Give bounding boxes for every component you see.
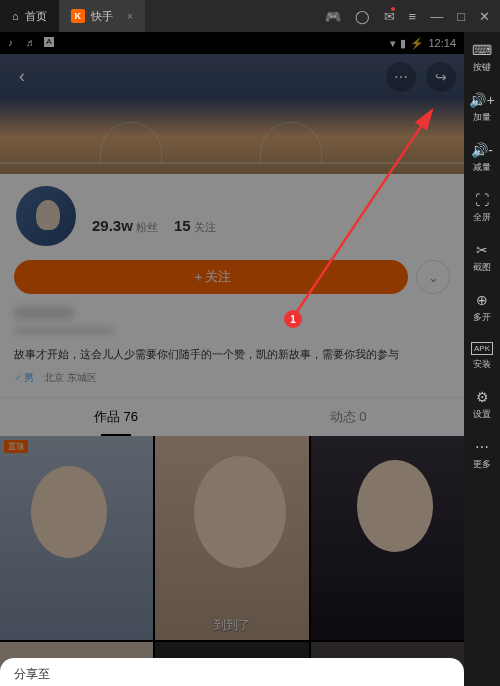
app-icon-2: ♬ — [26, 37, 38, 49]
close-window-icon[interactable]: ✕ — [479, 9, 490, 24]
status-bar: ♪ ♬ A ▾ ▮ ⚡ 12:14 — [0, 32, 464, 54]
active-tab[interactable]: K 快手 × — [59, 0, 145, 32]
sidebar-settings[interactable]: ⚙设置 — [473, 389, 491, 421]
emulator-sidebar: ⌨按键 🔊+加量 🔊-减量 ⛶全屏 ✂截图 ⊕多开 APK安装 ⚙设置 ⋯更多 — [464, 32, 500, 686]
active-tab-label: 快手 — [91, 9, 113, 24]
close-tab-icon[interactable]: × — [127, 10, 133, 22]
browser-tab-bar: ⌂ 首页 K 快手 × 🎮 ◯ ✉ ≡ — □ ✕ — [0, 0, 500, 32]
user-icon[interactable]: ◯ — [355, 9, 370, 24]
scissors-icon: ✂ — [476, 242, 488, 258]
sidebar-screenshot[interactable]: ✂截图 — [473, 242, 491, 274]
annotation-step-1: 1 — [284, 310, 302, 328]
more-icon: ⋯ — [475, 439, 489, 455]
keyboard-icon: ⌨ — [472, 42, 492, 58]
following-stat[interactable]: 15 关注 — [174, 217, 216, 235]
gamepad-icon[interactable]: 🎮 — [325, 9, 341, 24]
fullscreen-icon: ⛶ — [475, 192, 489, 208]
avatar[interactable] — [14, 184, 78, 248]
minimize-icon[interactable]: — — [430, 9, 443, 24]
charging-icon: ⚡ — [410, 37, 424, 50]
share-sheet[interactable]: 分享至 — [0, 658, 464, 686]
follow-button[interactable]: ＋关注 — [14, 260, 408, 294]
volume-down-icon: 🔊- — [471, 142, 493, 158]
gear-icon: ⚙ — [476, 389, 489, 405]
volume-up-icon: 🔊+ — [469, 92, 494, 108]
gender-tag: ♂ 男 — [14, 371, 34, 385]
fans-stat[interactable]: 29.3w 粉丝 — [92, 217, 158, 235]
share-sheet-title: 分享至 — [14, 667, 50, 681]
sidebar-more[interactable]: ⋯更多 — [473, 439, 491, 471]
tab-moments[interactable]: 动态 0 — [232, 398, 464, 436]
sidebar-keyboard[interactable]: ⌨按键 — [472, 42, 492, 74]
home-tab[interactable]: ⌂ 首页 — [0, 0, 59, 32]
mail-icon[interactable]: ✉ — [384, 9, 395, 24]
location-tag: 北京 东城区 — [44, 371, 97, 385]
menu-icon[interactable]: ≡ — [409, 9, 417, 24]
userid-blurred — [14, 326, 114, 336]
more-options-button[interactable]: ⋯ — [386, 62, 416, 92]
share-button[interactable]: ↪ — [426, 62, 456, 92]
sidebar-volume-down[interactable]: 🔊-减量 — [471, 142, 493, 174]
profile-tabs: 作品 76 动态 0 — [0, 397, 464, 436]
video-thumb-3[interactable] — [311, 436, 464, 640]
expand-button[interactable]: ⌄ — [416, 260, 450, 294]
sidebar-fullscreen[interactable]: ⛶全屏 — [473, 192, 491, 224]
wifi-icon: ▾ — [390, 37, 396, 50]
app-icon-3: A — [44, 37, 54, 47]
video-caption: 到到了 — [155, 617, 308, 634]
video-thumb-1[interactable]: 置顶 — [0, 436, 153, 640]
tab-works[interactable]: 作品 76 — [0, 398, 232, 436]
username-blurred — [14, 306, 74, 320]
sidebar-volume-up[interactable]: 🔊+加量 — [469, 92, 494, 124]
home-icon: ⌂ — [12, 10, 19, 22]
app-icon-1: ♪ — [8, 37, 20, 49]
user-bio: 故事才开始，这会儿人少需要你们随手的一个赞，凯的新故事，需要你我的参与 — [14, 346, 450, 363]
battery-icon: ▮ — [400, 37, 406, 50]
maximize-icon[interactable]: □ — [457, 9, 465, 24]
profile-info: 29.3w 粉丝 15 关注 ＋关注 ⌄ 故事才开始，这会儿人少需要你们随手的一… — [0, 174, 464, 397]
phone-screen: ♪ ♬ A ▾ ▮ ⚡ 12:14 ‹ ⋯ ↪ 29.3w 粉丝 — [0, 32, 464, 686]
home-label: 首页 — [25, 9, 47, 24]
pin-badge: 置顶 — [4, 440, 28, 453]
clock: 12:14 — [428, 37, 456, 49]
multi-icon: ⊕ — [476, 292, 488, 308]
apk-icon: APK — [471, 342, 493, 355]
video-thumb-2[interactable]: 到到了 — [155, 436, 308, 640]
sidebar-multi[interactable]: ⊕多开 — [473, 292, 491, 324]
kuaishou-icon: K — [71, 9, 85, 23]
video-grid: 置顶 到到了 — [0, 436, 464, 687]
sidebar-install[interactable]: APK安装 — [471, 342, 493, 371]
back-button[interactable]: ‹ — [8, 62, 36, 90]
